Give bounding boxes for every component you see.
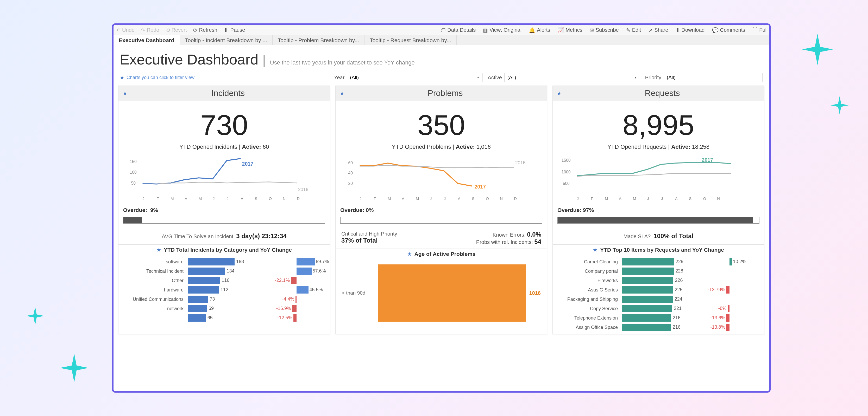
requests-count: 8,995 bbox=[553, 101, 764, 143]
filter-bar: ★ Charts you can click to filter view Ye… bbox=[114, 71, 769, 85]
data-details-button[interactable]: 🏷Data Details bbox=[440, 27, 476, 33]
requests-top-items-title: YTD Top 10 Items by Requests and YoY Cha… bbox=[600, 247, 724, 253]
hbar-row: network69-16.9% bbox=[123, 304, 325, 313]
star-icon: ★ bbox=[123, 90, 127, 97]
hbar-row: Unified Communications73-4.4% bbox=[123, 294, 325, 304]
hbar-label: Other bbox=[123, 278, 186, 283]
chart-icon: ▥ bbox=[483, 27, 488, 33]
dashboard-header: Executive Dashboard | Use the last two y… bbox=[114, 45, 769, 71]
tab-tooltip-problem[interactable]: Tooltip - Problem Breakdown by... bbox=[273, 35, 365, 45]
svg-text:J: J bbox=[430, 197, 432, 201]
metrics-icon: 📈 bbox=[557, 27, 564, 33]
metrics-button[interactable]: 📈Metrics bbox=[557, 27, 582, 33]
undo-button[interactable]: ↶Undo bbox=[116, 27, 134, 33]
svg-text:J: J bbox=[227, 197, 228, 201]
star-icon: ★ bbox=[557, 90, 562, 97]
priority-filter-select[interactable]: (All) bbox=[664, 73, 763, 82]
incidents-title: Incidents bbox=[130, 89, 326, 98]
incidents-count: 730 bbox=[119, 101, 330, 143]
incidents-avg-time: AVG Time To Solve an Incident 3 day(s) 2… bbox=[119, 228, 330, 244]
svg-text:40: 40 bbox=[348, 171, 353, 175]
tab-tooltip-incident[interactable]: Tooltip - Incident Breakdown by ... bbox=[180, 35, 273, 45]
svg-text:F: F bbox=[374, 197, 376, 201]
problems-overdue-bar[interactable] bbox=[340, 217, 542, 223]
refresh-button[interactable]: ⟳Refresh bbox=[193, 27, 217, 33]
subscribe-button[interactable]: ✉Subscribe bbox=[590, 27, 619, 33]
requests-trend-chart[interactable]: 1500 1000 500 2017 JFMAMJJASON bbox=[553, 155, 764, 204]
hbar-label: hardware bbox=[123, 287, 186, 293]
year-filter-select[interactable]: (All)▼ bbox=[347, 73, 483, 82]
svg-text:50: 50 bbox=[131, 181, 136, 185]
svg-text:F: F bbox=[156, 197, 159, 201]
hbar-row: Technical Incident13457.6% bbox=[123, 267, 325, 276]
requests-top-items-chart[interactable]: Carpet Cleaning22910.2%Company portal228… bbox=[553, 255, 764, 334]
download-button[interactable]: ⬇Download bbox=[676, 27, 705, 33]
page-subtitle: Use the last two years in your dataset t… bbox=[270, 59, 415, 66]
svg-text:M: M bbox=[605, 197, 608, 201]
problems-sub: YTD Opened Problems | Active: 1,016 bbox=[336, 143, 547, 155]
hbar-row: 65-12.5% bbox=[123, 313, 325, 323]
share-button[interactable]: ↗Share bbox=[648, 27, 668, 33]
tab-tooltip-request[interactable]: Tooltip - Request Breakdown by... bbox=[365, 35, 456, 45]
svg-text:F: F bbox=[591, 197, 593, 201]
filter-hint: ★ Charts you can click to filter view bbox=[120, 74, 194, 80]
svg-text:J: J bbox=[577, 197, 579, 201]
pause-button[interactable]: ⏸Pause bbox=[224, 27, 245, 33]
incidents-trend-chart[interactable]: 150 100 50 2017 2016 JFMAMJJASOND bbox=[119, 155, 330, 204]
age-bar bbox=[378, 265, 526, 322]
hbar-row: Copy Service221-8% bbox=[557, 304, 760, 313]
page-title: Executive Dashboard bbox=[120, 51, 258, 68]
title-divider: | bbox=[262, 53, 266, 67]
svg-text:J: J bbox=[647, 197, 649, 201]
hbar-label: Copy Service bbox=[557, 306, 620, 311]
hbar-row: Telephone Extension216-13.6% bbox=[557, 313, 760, 323]
hbar-label: Technical Incident bbox=[123, 269, 186, 274]
svg-text:500: 500 bbox=[563, 181, 570, 186]
sheet-tabs: Executive Dashboard Tooltip - Incident B… bbox=[114, 35, 769, 45]
comments-button[interactable]: 💬Comments bbox=[712, 27, 745, 33]
svg-text:1000: 1000 bbox=[562, 170, 571, 174]
hbar-row: Packaging and Shipping224 bbox=[557, 294, 760, 304]
requests-title: Requests bbox=[565, 89, 760, 98]
star-icon: ★ bbox=[120, 74, 124, 80]
svg-text:N: N bbox=[717, 197, 720, 201]
view-button[interactable]: ▥View: Original bbox=[483, 27, 522, 33]
svg-text:O: O bbox=[703, 197, 706, 201]
bell-icon: 🔔 bbox=[529, 27, 535, 33]
svg-text:M: M bbox=[388, 197, 391, 201]
problems-age-chart[interactable]: < than 90d 1016 bbox=[336, 259, 547, 327]
sparkle-icon bbox=[60, 354, 89, 382]
active-filter-select[interactable]: (All)▼ bbox=[504, 73, 640, 82]
svg-text:20: 20 bbox=[348, 181, 353, 186]
svg-text:2017: 2017 bbox=[702, 157, 713, 163]
comment-icon: 💬 bbox=[712, 27, 719, 33]
tableau-window: ↶Undo ↷Redo ⟲Revert ⟳Refresh ⏸Pause 🏷Dat… bbox=[112, 24, 771, 392]
tab-executive-dashboard[interactable]: Executive Dashboard bbox=[114, 35, 180, 45]
fullscreen-button[interactable]: ⛶Ful bbox=[752, 27, 767, 33]
svg-text:2017: 2017 bbox=[474, 184, 486, 189]
redo-button[interactable]: ↷Redo bbox=[141, 27, 159, 33]
edit-button[interactable]: ✎Edit bbox=[626, 27, 641, 33]
svg-text:S: S bbox=[689, 197, 692, 201]
incidents-overdue-bar[interactable] bbox=[123, 217, 325, 223]
requests-panel: ★ Requests 8,995 YTD Opened Requests | A… bbox=[553, 85, 764, 334]
hbar-label: Assign Office Space bbox=[557, 325, 620, 330]
alerts-button[interactable]: 🔔Alerts bbox=[529, 27, 550, 33]
problems-count: 350 bbox=[336, 101, 547, 143]
svg-text:J: J bbox=[143, 197, 145, 201]
hbar-label: Unified Communications bbox=[123, 297, 186, 302]
svg-text:J: J bbox=[360, 197, 362, 201]
problems-trend-chart[interactable]: 60 40 20 2017 2016 JFMAMJJASOND bbox=[336, 155, 547, 204]
hbar-label: software bbox=[123, 259, 186, 265]
hbar-label: network bbox=[123, 306, 186, 311]
share-icon: ↗ bbox=[648, 27, 653, 33]
svg-text:D: D bbox=[297, 197, 300, 201]
svg-text:A: A bbox=[185, 197, 187, 201]
requests-overdue-bar[interactable] bbox=[557, 217, 760, 223]
incidents-category-chart[interactable]: software16869.7%Technical Incident13457.… bbox=[119, 255, 330, 325]
hbar-row: hardware11245.5% bbox=[123, 285, 325, 294]
svg-text:N: N bbox=[500, 197, 503, 201]
problems-overdue: Overdue: 0% bbox=[336, 204, 547, 216]
revert-button[interactable]: ⟲Revert bbox=[165, 27, 187, 33]
hbar-row: Assign Office Space216-13.8% bbox=[557, 323, 760, 332]
